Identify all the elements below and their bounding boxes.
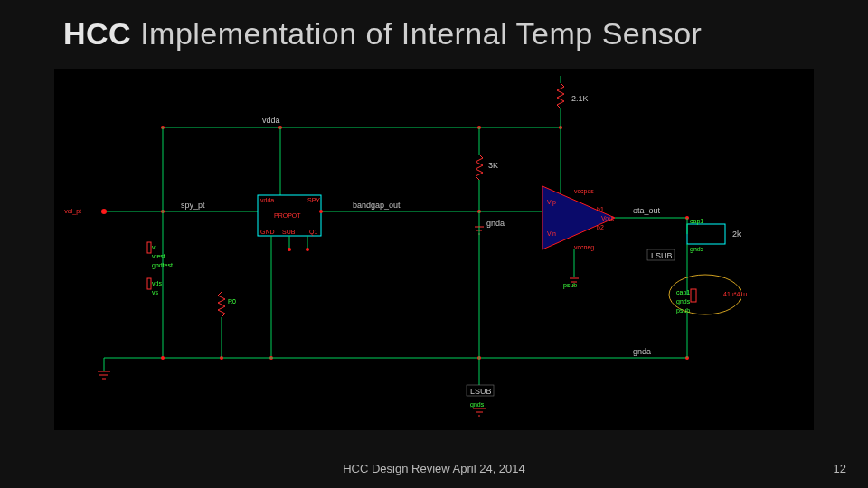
pin: Q1 — [309, 229, 317, 236]
node — [306, 248, 309, 251]
block-rout — [687, 224, 725, 244]
r-3k-label: 3K — [488, 161, 498, 170]
pin: GND — [260, 229, 275, 235]
r-2k-label: 2k — [732, 230, 741, 239]
pin: vdda — [260, 197, 274, 203]
title-rest: Implementation of Internal Temp Sensor — [140, 16, 702, 51]
pin: psub — [676, 307, 690, 314]
slide: HCC Implementation of Internal Temp Sens… — [0, 0, 868, 488]
pin: Vip — [547, 199, 556, 206]
pin: gnds — [690, 246, 704, 253]
cap-dim: 41u*41u — [723, 291, 747, 297]
block-label: PROPOT — [274, 212, 301, 219]
gnd-icon — [98, 371, 110, 379]
pin: cap1 — [690, 218, 703, 225]
pin: Vin — [547, 230, 556, 237]
pin: SPY — [307, 197, 320, 203]
port-volpt — [101, 209, 107, 214]
port-vol-label: vol_pt — [64, 208, 81, 215]
pin: cap1 — [676, 289, 690, 296]
title-bold: HCC — [63, 16, 131, 51]
pin: vs — [152, 289, 159, 296]
net-vdda: vdda — [262, 116, 280, 125]
pin: Vout — [601, 215, 614, 221]
slide-title: HCC Implementation of Internal Temp Sens… — [63, 16, 702, 52]
pin: vccneg — [574, 244, 594, 251]
pin: b1 — [597, 206, 604, 212]
sink-label: LSUB — [651, 251, 673, 260]
pin: vl — [152, 244, 157, 250]
gnd-icon — [473, 408, 486, 416]
sym — [691, 289, 696, 302]
resistor-2p1k — [557, 83, 564, 108]
pin: vtest — [152, 253, 165, 259]
r-2p1k-label: 2.1K — [571, 94, 589, 103]
node — [288, 248, 291, 251]
pin: SUB — [282, 229, 296, 235]
net-spy: spy_pt — [181, 201, 205, 210]
resistor-3k — [476, 155, 483, 180]
sink2-label: LSUB — [470, 387, 492, 396]
r0-label: R0 — [228, 298, 236, 305]
pin: vccpos — [574, 188, 594, 195]
schematic-svg: vdda vol_pt spy_pt vl vtest gndtest vds … — [54, 69, 814, 430]
footer: HCC Design Review April 24, 2014 — [0, 462, 868, 475]
sym — [147, 242, 151, 253]
sym — [147, 278, 151, 289]
resistor-r0 — [218, 292, 225, 317]
pin: b2 — [597, 224, 604, 230]
page-number: 12 — [834, 462, 846, 475]
net-bandgap: bandgap_out — [353, 201, 401, 210]
net-gnda-tap: gnda — [486, 219, 505, 228]
pin: gnds — [676, 298, 691, 305]
schematic-canvas: vdda vol_pt spy_pt vl vtest gndtest vds … — [54, 69, 814, 430]
net-ota: ota_out — [633, 206, 661, 215]
pin: gnds — [470, 401, 485, 408]
node — [161, 356, 165, 360]
net-gnda: gnda — [633, 347, 651, 356]
pin: vds — [152, 280, 162, 286]
node — [319, 210, 323, 213]
pin: gndtest — [152, 262, 173, 269]
